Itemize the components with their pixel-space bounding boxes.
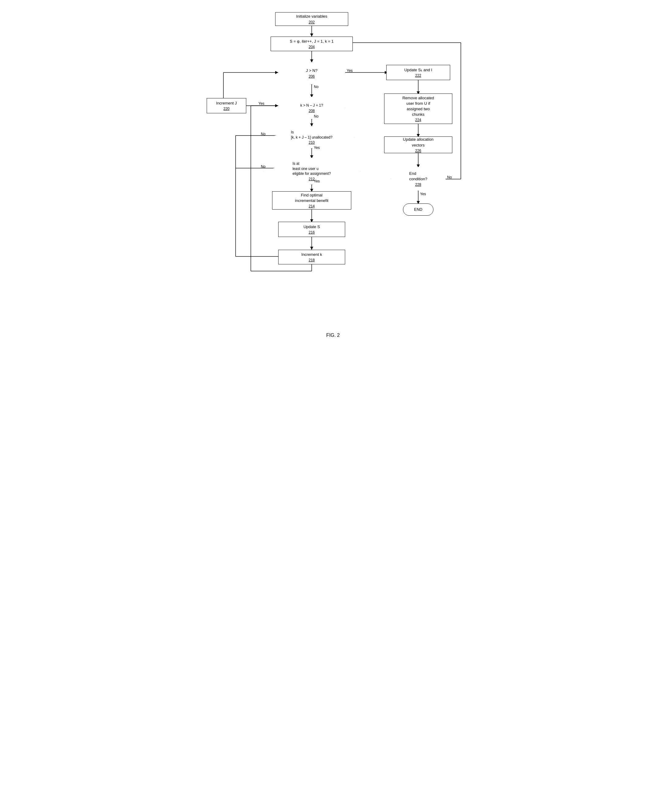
- end-box: END: [403, 203, 434, 216]
- inc-k-box: Increment k 218: [278, 250, 345, 265]
- no-end-cond: No: [447, 175, 452, 179]
- inc-j-number: 220: [223, 107, 229, 111]
- remove-label: Remove allocated user from U if assigned…: [402, 95, 434, 117]
- j-gt-n-number: 206: [309, 74, 315, 79]
- eligible-number: 212: [309, 177, 315, 181]
- inc-k-number: 218: [309, 258, 315, 262]
- init-number: 202: [309, 20, 315, 24]
- find-opt-number: 214: [309, 204, 315, 208]
- eligible-diamond: Is at least one user u eligible for assi…: [263, 157, 360, 185]
- yes-k-gt: Yes: [259, 101, 264, 106]
- svg-marker-42: [275, 71, 278, 74]
- k-gt-diamond: k > N – J + 1? 208: [278, 96, 345, 119]
- unalloc-diamond: Is [k, k + J – 1] unallocated? 210: [269, 126, 354, 149]
- update-s-number: 216: [309, 230, 315, 235]
- inc-j-label: Increment J: [216, 101, 237, 106]
- unalloc-label: Is [k, k + J – 1] unallocated?: [291, 130, 332, 140]
- j-gt-n-diamond: J > N? 206: [278, 62, 345, 85]
- inc-j-box: Increment J 220: [207, 98, 246, 113]
- update-vec-number: 226: [415, 149, 421, 153]
- svg-marker-17: [310, 247, 313, 250]
- init-label: Initialize variables: [296, 14, 328, 19]
- flowchart: Initialize variables 202 S = φ, iter++, …: [196, 6, 470, 341]
- s-eq-number: 204: [309, 45, 315, 49]
- update-vec-label: Update allocation vectors: [403, 137, 434, 148]
- end-cond-number: 228: [415, 182, 421, 187]
- remove-number: 224: [415, 118, 421, 122]
- unalloc-number: 210: [309, 141, 315, 145]
- find-opt-label: Find optimal incremental benefit: [295, 192, 328, 203]
- yes-j-gt-n: Yes: [347, 68, 353, 73]
- update-vec-box: Update allocation vectors 226: [384, 136, 452, 153]
- find-opt-box: Find optimal incremental benefit 214: [272, 191, 351, 210]
- end-cond-diamond: End condition? 228: [391, 167, 446, 191]
- no-j-gt-n: No: [314, 85, 318, 89]
- svg-marker-1: [310, 33, 313, 36]
- k-gt-label: k > N – J + 1?: [300, 103, 323, 108]
- update-s1-label: Update S₁ and I: [404, 67, 432, 73]
- inc-k-label: Increment k: [301, 252, 322, 257]
- fig-label: FIG. 2: [326, 332, 340, 338]
- svg-marker-22: [275, 104, 278, 107]
- no-unalloc: No: [261, 132, 265, 136]
- update-s-label: Update S: [303, 224, 320, 230]
- yes-end-cond: Yes: [420, 192, 426, 196]
- end-cond-label: End condition?: [409, 171, 427, 182]
- update-s1-number: 222: [415, 73, 421, 78]
- k-gt-number: 208: [309, 109, 315, 113]
- s-eq-label: S = φ, iter++, J = 1, k = 1: [290, 39, 334, 44]
- eligible-label: Is at least one user u eligible for assi…: [292, 161, 331, 176]
- update-s1-box: Update S₁ and I 222: [386, 65, 450, 80]
- update-s-box: Update S 216: [278, 222, 345, 237]
- init-box: Initialize variables 202: [275, 12, 348, 26]
- s-eq-box: S = φ, iter++, J = 1, k = 1 204: [270, 36, 353, 51]
- end-label: END: [414, 207, 422, 212]
- remove-box: Remove allocated user from U if assigned…: [384, 94, 452, 124]
- j-gt-n-label: J > N?: [306, 68, 318, 73]
